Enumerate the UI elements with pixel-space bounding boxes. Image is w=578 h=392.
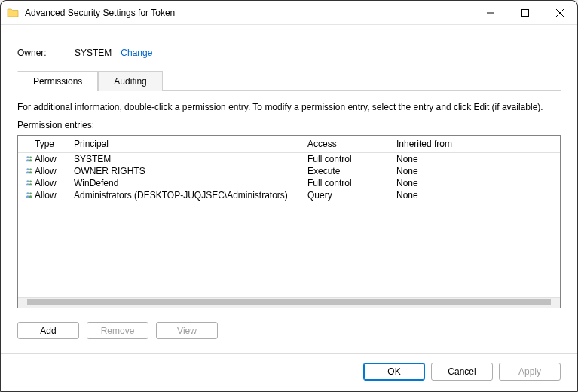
svg-point-11	[29, 193, 32, 195]
close-icon	[556, 9, 564, 17]
group-icon	[21, 154, 33, 164]
entry-action-buttons: Add Remove View	[17, 322, 561, 339]
table-row[interactable]: AllowSYSTEMFull controlNone	[18, 153, 560, 165]
cell-type: Allow	[35, 178, 74, 188]
folder-icon	[7, 7, 19, 19]
cell-type: Allow	[35, 154, 74, 164]
cell-principal: WinDefend	[74, 178, 307, 188]
grid-header-type[interactable]: Type	[35, 139, 74, 149]
cell-principal: SYSTEM	[74, 154, 307, 164]
close-button[interactable]	[543, 1, 577, 24]
grid-header-row: Type Principal Access Inherited from	[18, 136, 560, 153]
cell-access: Query	[307, 190, 396, 201]
svg-point-5	[29, 157, 32, 159]
cell-access: Full control	[307, 154, 396, 164]
cell-access: Execute	[307, 166, 396, 176]
window-controls	[473, 1, 577, 24]
svg-point-8	[26, 180, 29, 182]
remove-button[interactable]: Remove	[87, 322, 148, 339]
grid-header-access[interactable]: Access	[307, 139, 396, 149]
svg-point-4	[26, 156, 29, 158]
svg-point-10	[26, 192, 29, 194]
titlebar: Advanced Security Settings for Token	[1, 1, 577, 25]
table-row[interactable]: AllowAdministrators (DESKTOP-JUQJSEC\Adm…	[18, 189, 560, 201]
apply-button[interactable]: Apply	[499, 363, 561, 381]
cell-inherited: None	[396, 154, 560, 164]
svg-rect-1	[522, 9, 529, 16]
cell-inherited: None	[396, 166, 560, 176]
cell-type: Allow	[35, 166, 74, 176]
permission-entries-grid: Type Principal Access Inherited from All…	[17, 135, 561, 308]
cell-type: Allow	[35, 190, 74, 201]
group-icon	[21, 178, 33, 188]
window: Advanced Security Settings for Token Own…	[0, 0, 578, 392]
cell-inherited: None	[396, 190, 560, 201]
group-icon	[21, 190, 33, 201]
add-button[interactable]: Add	[17, 322, 79, 339]
table-row[interactable]: AllowOWNER RIGHTSExecuteNone	[18, 165, 560, 177]
cancel-button[interactable]: Cancel	[431, 363, 493, 381]
grid-header-icon	[18, 139, 35, 149]
permission-entries-label: Permission entries:	[17, 120, 561, 130]
owner-value: SYSTEM	[75, 47, 112, 58]
change-owner-link[interactable]: Change	[121, 47, 152, 58]
dialog-footer: OK Cancel Apply	[17, 354, 561, 381]
horizontal-scrollbar[interactable]	[18, 297, 560, 308]
view-button[interactable]: View	[156, 322, 218, 339]
grid-body: AllowSYSTEMFull controlNoneAllowOWNER RI…	[18, 153, 560, 297]
maximize-button[interactable]	[508, 1, 543, 24]
cell-principal: OWNER RIGHTS	[74, 166, 307, 176]
cell-access: Full control	[307, 178, 396, 188]
grid-header-inherited[interactable]: Inherited from	[396, 139, 560, 149]
owner-label: Owner:	[17, 47, 75, 58]
svg-point-7	[29, 169, 32, 171]
grid-header-principal[interactable]: Principal	[74, 139, 307, 149]
minimize-icon	[487, 9, 494, 17]
tab-auditing[interactable]: Auditing	[98, 71, 162, 91]
minimize-button[interactable]	[473, 1, 508, 24]
tab-strip: Permissions Auditing	[17, 70, 561, 91]
content-area: Owner: SYSTEM Change Permissions Auditin…	[1, 25, 577, 391]
owner-row: Owner: SYSTEM Change	[17, 47, 561, 58]
table-row[interactable]: AllowWinDefendFull controlNone	[18, 177, 560, 189]
svg-point-6	[26, 168, 29, 170]
cell-inherited: None	[396, 178, 560, 188]
tab-permissions[interactable]: Permissions	[17, 71, 98, 91]
svg-point-9	[29, 181, 32, 183]
maximize-icon	[521, 9, 529, 17]
group-icon	[21, 166, 33, 176]
scrollbar-thumb[interactable]	[27, 299, 551, 305]
ok-button[interactable]: OK	[363, 363, 425, 381]
cell-principal: Administrators (DESKTOP-JUQJSEC\Administ…	[74, 190, 307, 201]
info-text: For additional information, double-click…	[17, 102, 561, 112]
window-title: Advanced Security Settings for Token	[25, 8, 473, 18]
